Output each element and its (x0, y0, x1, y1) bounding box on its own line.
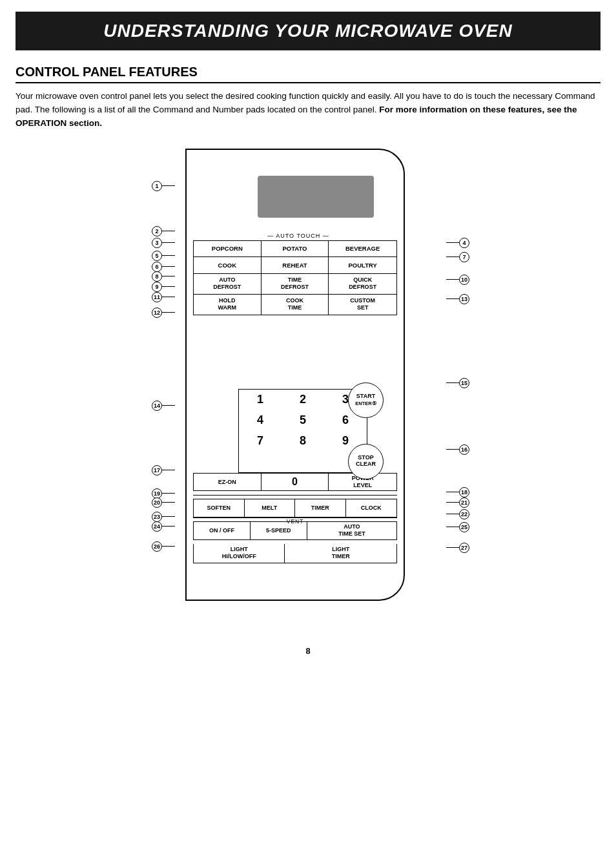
callout-26: 26 (152, 541, 175, 552)
row-defrost: AUTODEFROST TIMEDEFROST QUICKDEFROST (193, 274, 397, 295)
callout-line-22 (446, 514, 459, 514)
num-2[interactable]: 2 (282, 390, 324, 410)
control-panel-diagram: — AUTO TOUCH — POPCORN POTATO BEVERAGE C… (147, 142, 469, 633)
callout-circle-6: 6 (152, 262, 162, 272)
callout-20: 20 (152, 497, 175, 508)
callout-circle-1: 1 (152, 181, 162, 191)
callout-15: 15 (446, 378, 469, 388)
row-hold: HOLDWARM COOKTIME CUSTOMSET (193, 295, 397, 315)
reheat-btn[interactable]: REHEAT (262, 257, 329, 273)
callout-line-18 (446, 492, 459, 492)
diagram-container: — AUTO TOUCH — POPCORN POTATO BEVERAGE C… (0, 142, 616, 633)
callout-25: 25 (446, 522, 469, 532)
num-5[interactable]: 5 (282, 410, 324, 431)
callout-circle-2: 2 (152, 226, 162, 236)
light-hilooff-btn[interactable]: LIGHTHI/LOW/OFF (194, 544, 285, 563)
popcorn-btn[interactable]: POPCORN (194, 241, 262, 256)
callout-5: 5 (152, 251, 175, 261)
callout-circle-17: 17 (152, 465, 162, 475)
timer-btn[interactable]: TIMER (295, 499, 346, 517)
callout-3: 3 (152, 238, 175, 248)
callout-4: 4 (446, 238, 469, 248)
callout-6: 6 (152, 262, 175, 272)
callout-12: 12 (152, 308, 175, 318)
auto-touch-label: — AUTO TOUCH — (200, 233, 397, 239)
start-btn[interactable]: START ENTER⑤ (348, 382, 384, 418)
callout-21: 21 (446, 497, 469, 508)
num-7[interactable]: 7 (239, 431, 282, 452)
callout-line-5 (162, 255, 175, 256)
soften-btn[interactable]: SOFTEN (194, 499, 245, 517)
callout-24: 24 (152, 521, 175, 532)
callout-23: 23 (152, 512, 175, 522)
callout-9: 9 (152, 282, 175, 292)
callout-circle-26: 26 (152, 541, 162, 552)
callout-10: 10 (446, 275, 469, 285)
callout-circle-14: 14 (152, 401, 162, 411)
quick-defrost-btn[interactable]: QUICKDEFROST (329, 274, 396, 294)
callout-line-13 (446, 298, 459, 299)
start-label: START (356, 393, 375, 400)
callout-2: 2 (152, 226, 175, 236)
callout-line-11 (162, 297, 175, 297)
callout-line-3 (162, 242, 175, 243)
callout-17: 17 (152, 465, 175, 475)
cook-time-btn[interactable]: COOKTIME (262, 295, 329, 315)
callout-line-16 (446, 449, 459, 450)
callout-circle-25: 25 (459, 522, 469, 532)
callout-13: 13 (446, 294, 469, 304)
callout-18: 18 (446, 487, 469, 497)
beverage-btn[interactable]: BEVERAGE (329, 241, 396, 256)
light-timer-btn[interactable]: LIGHTTIMER (285, 544, 396, 563)
callout-line-1 (162, 185, 175, 186)
callout-line-24 (162, 526, 175, 527)
hold-warm-btn[interactable]: HOLDWARM (194, 295, 262, 315)
num-1[interactable]: 1 (239, 390, 282, 410)
callout-line-12 (162, 312, 175, 313)
auto-defrost-btn[interactable]: AUTODEFROST (194, 274, 262, 294)
callout-line-19 (162, 493, 175, 494)
separator-18 (193, 495, 397, 496)
callout-circle-22: 22 (459, 509, 469, 519)
callout-line-6 (162, 266, 175, 267)
callout-line-26 (162, 546, 175, 547)
cook-btn[interactable]: COOK (194, 257, 262, 273)
time-defrost-btn[interactable]: TIMEDEFROST (262, 274, 329, 294)
callout-11: 11 (152, 292, 175, 302)
callout-22: 22 (446, 509, 469, 519)
ez-on-btn[interactable]: EZ-ON (194, 474, 262, 490)
on-off-btn[interactable]: ON / OFF (194, 522, 251, 539)
callout-circle-3: 3 (152, 238, 162, 248)
callout-line-20 (162, 502, 175, 503)
callout-circle-7: 7 (459, 252, 469, 262)
num-8[interactable]: 8 (282, 431, 324, 452)
row-cook: COOK REHEAT POULTRY (193, 257, 397, 274)
callout-14: 14 (152, 401, 175, 411)
callout-line-8 (162, 276, 175, 277)
clock-btn[interactable]: CLOCK (346, 499, 397, 517)
row-auto-touch: POPCORN POTATO BEVERAGE (193, 240, 397, 257)
callout-8: 8 (152, 271, 175, 282)
auto-time-set-btn[interactable]: AUTOTIME SET (307, 522, 396, 539)
poultry-btn[interactable]: POULTRY (329, 257, 396, 273)
callout-line-14 (162, 405, 175, 406)
five-speed-btn[interactable]: 5-SPEED (251, 522, 307, 539)
custom-set-btn[interactable]: CUSTOMSET (329, 295, 396, 315)
callout-circle-15: 15 (459, 378, 469, 388)
num-4[interactable]: 4 (239, 410, 282, 431)
num-0[interactable]: 0 (262, 474, 329, 490)
row-light: LIGHTHI/LOW/OFF LIGHTTIMER (193, 544, 397, 563)
page-header: UNDERSTANDING YOUR MICROWAVE OVEN (15, 12, 601, 50)
callout-line-17 (162, 470, 175, 470)
callout-line-4 (446, 242, 459, 243)
callout-circle-21: 21 (459, 497, 469, 508)
enter-label: ENTER⑤ (355, 401, 376, 406)
potato-btn[interactable]: POTATO (262, 241, 329, 256)
callout-circle-11: 11 (152, 292, 162, 302)
callout-7: 7 (446, 252, 469, 262)
callout-circle-20: 20 (152, 497, 162, 508)
callout-circle-8: 8 (152, 271, 162, 282)
clear-label: CLEAR (356, 461, 376, 468)
melt-btn[interactable]: MELT (245, 499, 296, 517)
stop-clear-btn[interactable]: STOP CLEAR (348, 444, 384, 479)
